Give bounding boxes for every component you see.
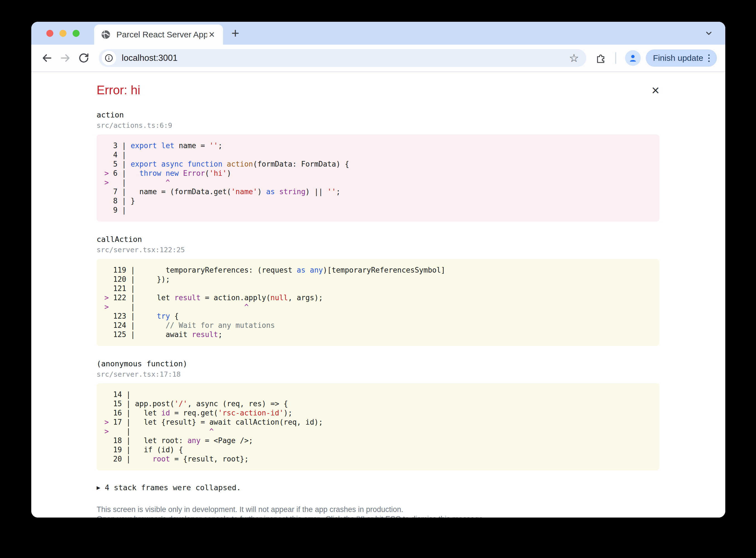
frame-function-name: (anonymous function): [97, 359, 659, 368]
info-icon: [104, 54, 113, 62]
collapsed-frames-toggle[interactable]: ▶ 4 stack frames were collapsed.: [97, 483, 659, 492]
stack-frame: actionsrc/actions.ts:6:9 3 | export let …: [97, 110, 659, 222]
code-line: 14 |: [104, 390, 652, 399]
error-overlay: Error: hi × actionsrc/actions.ts:6:9 3 |…: [31, 72, 725, 517]
code-frame: 119 | temporaryReferences: (request as a…: [97, 259, 659, 346]
zoom-window-button[interactable]: [73, 30, 79, 37]
code-line: 121 |: [104, 284, 652, 293]
tab-title: Parcel React Server App: [116, 30, 207, 39]
footer-dev-note: This screen is visible only in developme…: [97, 505, 659, 514]
chevron-down-icon[interactable]: [704, 28, 713, 38]
code-line: 16 | let id = req.get('rsc-action-id');: [104, 408, 652, 418]
frame-location: src/actions.ts:6:9: [97, 121, 659, 129]
code-line: > 122 | let result = action.apply(null, …: [104, 293, 652, 302]
frame-location: src/server.tsx:122:25: [97, 246, 659, 254]
code-line: 20 | root = {result, root};: [104, 455, 652, 464]
person-icon: [628, 53, 638, 63]
reload-icon: [78, 52, 90, 64]
code-line: 18 | let root: any = <Page />;: [104, 436, 652, 445]
code-line: 123 | try {: [104, 312, 652, 321]
code-line: 7 | name = (formData.get('name') as stri…: [104, 187, 652, 197]
browser-toolbar: localhost:3001 ☆ Finish update: [31, 45, 725, 71]
code-line: > | ^: [104, 178, 652, 187]
code-line: 19 | if (id) {: [104, 445, 652, 455]
close-window-button[interactable]: [46, 30, 53, 37]
reload-button[interactable]: [76, 51, 91, 65]
code-line: 125 | await result;: [104, 330, 652, 339]
tab-close-icon[interactable]: ×: [207, 30, 216, 40]
puzzle-icon: [595, 52, 606, 64]
overlay-close-button[interactable]: ×: [652, 84, 659, 97]
code-line: > 17 | let {result} = await callAction(r…: [104, 418, 652, 427]
code-frame: 14 | 15 | app.post('/', async (req, res)…: [97, 383, 659, 471]
new-tab-button[interactable]: +: [231, 26, 239, 40]
code-line: > | ^: [104, 302, 652, 312]
footer-dismiss-note: Open your browser’s developer console to…: [97, 514, 659, 517]
frame-function-name: action: [97, 110, 659, 119]
minimize-window-button[interactable]: [59, 30, 67, 37]
code-line: 5 | export async function action(formDat…: [104, 159, 652, 169]
code-line: 15 | app.post('/', async (req, res) => {: [104, 399, 652, 408]
disclosure-triangle-icon: ▶: [97, 484, 100, 491]
stack-frames: actionsrc/actions.ts:6:9 3 | export let …: [97, 110, 659, 471]
code-line: 119 | temporaryReferences: (request as a…: [104, 265, 652, 275]
error-title: Error: hi: [97, 83, 140, 97]
browser-tab[interactable]: Parcel React Server App ×: [94, 25, 223, 45]
extensions-button[interactable]: [595, 52, 606, 64]
address-bar[interactable]: localhost:3001 ☆: [99, 49, 586, 67]
bookmark-star-icon[interactable]: ☆: [569, 52, 579, 64]
url-text: localhost:3001: [122, 53, 569, 63]
globe-favicon: [101, 30, 111, 40]
collapsed-frames-label: 4 stack frames were collapsed.: [105, 483, 241, 492]
toolbar-divider: [615, 52, 616, 64]
overlay-footer: This screen is visible only in developme…: [97, 505, 659, 517]
back-arrow-icon: [41, 52, 53, 64]
forward-button[interactable]: [58, 51, 73, 65]
back-button[interactable]: [40, 51, 54, 65]
traffic-lights: [46, 30, 79, 37]
tab-strip: Parcel React Server App × +: [31, 22, 725, 45]
frame-location: src/server.tsx:17:18: [97, 370, 659, 378]
site-info-button[interactable]: [102, 51, 116, 65]
code-line: 8 | }: [104, 197, 652, 206]
code-line: 9 |: [104, 206, 652, 215]
browser-window: Parcel React Server App × +: [31, 22, 725, 517]
finish-update-label: Finish update: [653, 53, 703, 63]
menu-kebab-icon: [708, 54, 710, 62]
stack-frame: (anonymous function)src/server.tsx:17:18…: [97, 359, 659, 471]
profile-avatar[interactable]: [625, 50, 641, 66]
code-line: 4 |: [104, 150, 652, 159]
code-line: 124 | // Wait for any mutations: [104, 321, 652, 330]
code-line: 120 | });: [104, 275, 652, 284]
frame-function-name: callAction: [97, 235, 659, 244]
code-line: > 6 | throw new Error('hi'): [104, 169, 652, 178]
code-line: 3 | export let name = '';: [104, 141, 652, 150]
finish-update-button[interactable]: Finish update: [646, 49, 717, 67]
code-line: > | ^: [104, 427, 652, 436]
code-frame: 3 | export let name = ''; 4 | 5 | export…: [97, 134, 659, 222]
forward-arrow-icon: [59, 52, 71, 64]
stack-frame: callActionsrc/server.tsx:122:25 119 | te…: [97, 235, 659, 346]
